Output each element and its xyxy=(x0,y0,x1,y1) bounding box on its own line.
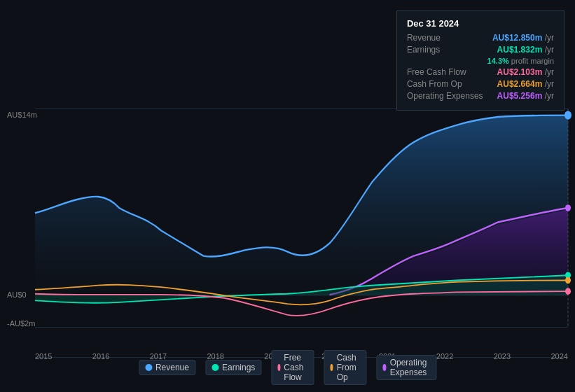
tooltip-date: Dec 31 2024 xyxy=(407,18,554,29)
x-label-2023: 2023 xyxy=(494,352,511,360)
tooltip-label-cashfromop: Cash From Op xyxy=(407,79,462,89)
y-axis-bottom: -AU$2m xyxy=(7,319,35,328)
legend-dot-fcf xyxy=(277,364,280,371)
revenue-dot xyxy=(564,111,571,120)
tooltip-value-cashfromop: AU$2.664m /yr xyxy=(497,79,554,89)
chart-area xyxy=(35,108,568,357)
tooltip-row-earnings: Earnings AU$1.832m /yr xyxy=(407,45,554,55)
y-axis-zero: AU$0 xyxy=(7,290,27,299)
x-label-2016: 2016 xyxy=(92,352,109,360)
legend-revenue[interactable]: Revenue xyxy=(139,360,195,375)
legend-dot-opex xyxy=(382,364,386,371)
legend: Revenue Earnings Free Cash Flow Cash Fro… xyxy=(139,350,436,385)
legend-dot-revenue xyxy=(145,364,152,371)
legend-label-earnings: Earnings xyxy=(222,363,255,372)
tooltip-value-earnings: AU$1.832m /yr xyxy=(497,45,554,55)
tooltip-label-fcf: Free Cash Flow xyxy=(407,67,466,77)
tooltip-row-opex: Operating Expenses AU$5.256m /yr xyxy=(407,91,554,101)
chart-svg xyxy=(35,108,568,357)
fcf-line xyxy=(35,291,568,316)
legend-earnings[interactable]: Earnings xyxy=(205,360,261,375)
tooltip-label-revenue: Revenue xyxy=(407,33,441,43)
tooltip-row-revenue: Revenue AU$12.850m /yr xyxy=(407,33,554,43)
legend-cashfromop[interactable]: Cash From Op xyxy=(324,350,366,385)
cashfromop-dot xyxy=(565,277,571,284)
x-label-2015: 2015 xyxy=(35,352,52,360)
legend-opex[interactable]: Operating Expenses xyxy=(376,355,436,380)
fcf-dot xyxy=(565,288,571,295)
tooltip-value-opex: AU$5.256m /yr xyxy=(497,91,554,101)
x-label-2024: 2024 xyxy=(550,352,567,360)
tooltip-row-cashfromop: Cash From Op AU$2.664m /yr xyxy=(407,79,554,89)
legend-label-opex: Operating Expenses xyxy=(390,358,430,377)
opex-dot xyxy=(565,204,571,211)
legend-label-cashfromop: Cash From Op xyxy=(337,353,361,382)
legend-fcf[interactable]: Free Cash Flow xyxy=(271,350,314,385)
tooltip-label-earnings: Earnings xyxy=(407,45,440,55)
tooltip-panel: Dec 31 2024 Revenue AU$12.850m /yr Earni… xyxy=(396,10,564,111)
x-label-2022: 2022 xyxy=(436,352,453,360)
legend-label-revenue: Revenue xyxy=(155,363,189,372)
legend-dot-cashfromop xyxy=(330,364,333,371)
tooltip-label-opex: Operating Expenses xyxy=(407,91,483,101)
tooltip-value-fcf: AU$2.103m /yr xyxy=(497,67,554,77)
legend-dot-earnings xyxy=(212,364,219,371)
legend-label-fcf: Free Cash Flow xyxy=(284,353,307,382)
tooltip-margin: 14.3% profit margin xyxy=(407,57,554,65)
tooltip-row-fcf: Free Cash Flow AU$2.103m /yr xyxy=(407,67,554,77)
y-axis-top: AU$14m xyxy=(7,111,37,119)
tooltip-value-revenue: AU$12.850m /yr xyxy=(492,33,554,43)
